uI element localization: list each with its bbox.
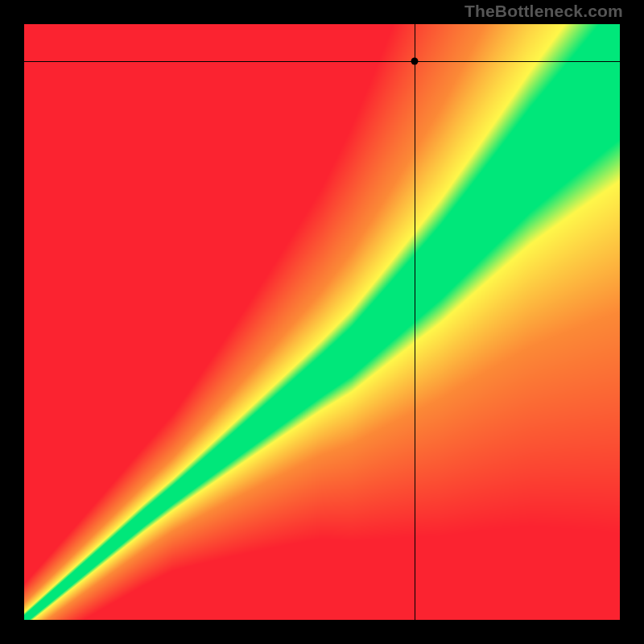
heatmap-plot <box>24 24 620 620</box>
crosshair-vertical <box>415 24 415 620</box>
heatmap-canvas <box>24 24 620 620</box>
watermark-text: TheBottleneck.com <box>464 2 623 21</box>
chart-frame: TheBottleneck.com <box>0 0 644 644</box>
selected-point-marker <box>411 57 418 64</box>
crosshair-horizontal <box>24 61 620 62</box>
